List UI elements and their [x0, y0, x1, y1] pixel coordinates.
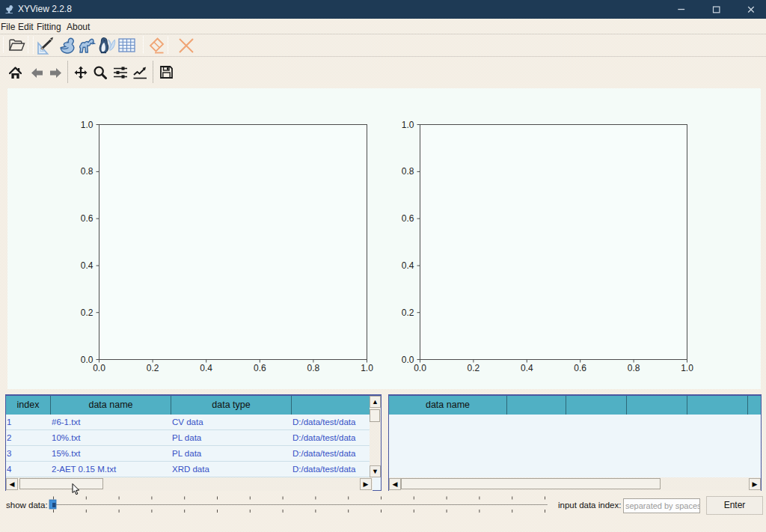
- svg-text:0.8: 0.8: [628, 363, 640, 373]
- svg-text:0.0: 0.0: [414, 363, 426, 373]
- svg-text:0.0: 0.0: [402, 355, 414, 365]
- svg-text:0.0: 0.0: [81, 355, 94, 365]
- svg-text:0.4: 0.4: [81, 260, 94, 271]
- svg-text:1.0: 1.0: [361, 363, 373, 373]
- svg-text:0.4: 0.4: [521, 363, 533, 373]
- svg-text:0.0: 0.0: [93, 363, 105, 373]
- svg-text:0.2: 0.2: [81, 308, 94, 318]
- svg-text:0.6: 0.6: [81, 213, 94, 224]
- svg-text:1.0: 1.0: [681, 363, 693, 373]
- svg-text:0.8: 0.8: [402, 166, 414, 177]
- svg-text:0.2: 0.2: [402, 308, 414, 318]
- svg-text:0.6: 0.6: [402, 213, 414, 224]
- svg-text:0.6: 0.6: [254, 363, 266, 373]
- svg-text:0.4: 0.4: [200, 363, 212, 373]
- svg-text:0.4: 0.4: [402, 260, 414, 271]
- svg-text:0.2: 0.2: [147, 363, 159, 373]
- svg-text:0.2: 0.2: [468, 363, 480, 373]
- svg-text:0.8: 0.8: [307, 363, 320, 373]
- svg-text:1.0: 1.0: [402, 120, 414, 130]
- svg-text:1.0: 1.0: [81, 120, 94, 130]
- svg-text:0.8: 0.8: [81, 166, 94, 177]
- svg-text:0.6: 0.6: [574, 363, 586, 373]
